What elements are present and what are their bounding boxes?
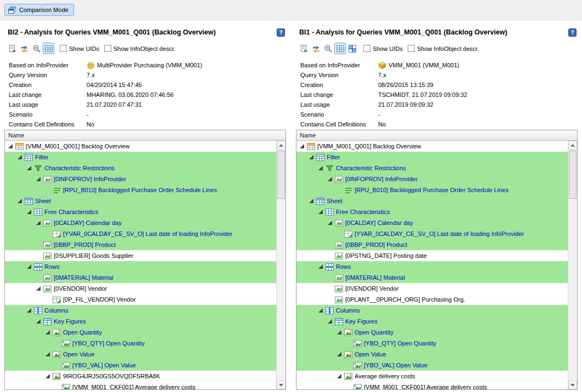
expander-icon[interactable] — [309, 198, 315, 204]
expander-icon[interactable] — [299, 143, 305, 149]
property-row: Contains Cell DefinitionsNo — [300, 119, 578, 129]
tree-row[interactable]: Open Quantity — [5, 327, 276, 338]
expander-icon[interactable] — [26, 209, 32, 215]
query-doc-button[interactable] — [7, 43, 18, 54]
scroll-up-button[interactable] — [277, 141, 286, 149]
expander-icon[interactable] — [17, 154, 23, 160]
expander-icon[interactable] — [45, 373, 51, 379]
tree-row[interactable]: [0SUPPLIER] Goods Supplier — [5, 250, 276, 261]
expander-icon[interactable] — [36, 319, 42, 325]
expander-icon[interactable] — [318, 165, 324, 171]
columns-icon — [326, 307, 334, 315]
checkbox-box[interactable] — [104, 45, 111, 52]
expander-icon[interactable] — [327, 176, 333, 182]
tree-row[interactable]: [0PSTNG_DATE] Posting date — [296, 250, 568, 261]
tree-row[interactable]: Open Value — [5, 349, 276, 360]
exchange-button[interactable] — [310, 43, 322, 54]
expander-icon[interactable] — [45, 330, 51, 336]
tree-row[interactable]: [0PLANT__0PURCH_ORG] Purchasing Org. — [296, 294, 568, 305]
tree-row[interactable]: [0CALDAY] Calendar day — [296, 217, 568, 228]
zoom-out-button[interactable] — [31, 43, 42, 54]
scrollbar-track[interactable] — [277, 149, 286, 381]
tree-row[interactable]: Characteristic Restrictions — [5, 163, 276, 174]
tree-row[interactable]: Free Characteristics — [296, 206, 568, 217]
expander-icon[interactable] — [26, 264, 32, 270]
tree-row[interactable]: Rows — [5, 261, 276, 272]
expander-icon[interactable] — [318, 209, 324, 215]
tree-row[interactable]: Free Characteristics — [5, 206, 276, 217]
scroll-up-button[interactable] — [568, 141, 577, 149]
tree-row[interactable]: [YVAR_0CALDAY_CE_SV_O] Last date of load… — [296, 228, 568, 239]
tree-row[interactable]: [0MATERIAL] Material — [5, 272, 276, 283]
checkbox-box[interactable] — [60, 45, 67, 52]
help-button[interactable]: ? — [568, 28, 577, 37]
tree-row[interactable]: [0BBP_PROD] Product — [296, 239, 568, 250]
checkbox-box[interactable] — [363, 45, 370, 52]
expander-icon[interactable] — [36, 220, 42, 226]
tree-row[interactable]: [RPU_B010] Backlogged Purchase Order Sch… — [5, 185, 276, 195]
tree-row[interactable]: 9IROG4JRJS0GS5OVQDFSRBA8K — [5, 371, 276, 382]
tree-row[interactable]: Open Value — [296, 349, 568, 360]
tree-row[interactable]: [RPU_B010] Backlogged Purchase Order Sch… — [296, 185, 568, 195]
tree-row[interactable]: [0INFOPROV] InfoProvider — [5, 174, 276, 185]
tree-row[interactable]: [0VENDOR] Vendor — [296, 283, 568, 294]
scrollbar-track[interactable] — [568, 149, 577, 381]
tree-row[interactable]: [VMM_M001_CKF001] Average delivery costs — [296, 382, 568, 389]
expander-icon[interactable] — [318, 264, 324, 270]
expander-icon[interactable] — [36, 286, 42, 292]
tree-row[interactable]: [0BBP_PROD] Product — [5, 239, 276, 250]
expander-icon[interactable] — [8, 143, 14, 149]
expander-icon[interactable] — [327, 220, 333, 226]
scroll-down-button[interactable] — [277, 381, 286, 389]
query-doc-button[interactable] — [298, 43, 310, 54]
expander-icon[interactable] — [336, 330, 343, 336]
checkbox-box[interactable] — [408, 45, 415, 52]
tree-item-label: [0PSTNG_DATE] Posting date — [345, 252, 430, 259]
tree-row[interactable]: Sheet — [296, 195, 568, 206]
expander-icon[interactable] — [26, 308, 32, 314]
tree-row[interactable]: [VMM_M001_Q001] Backlog Overview — [296, 141, 568, 152]
detail-view-button[interactable] — [346, 43, 358, 54]
scrollbar-thumb[interactable] — [277, 151, 285, 199]
tree-row[interactable]: Average delivery costs — [296, 371, 568, 382]
tree-row[interactable]: Columns — [296, 305, 568, 316]
tree-row[interactable]: [VMM_M001_CKF001] Average delivery costs — [5, 382, 276, 389]
grid-view-button[interactable] — [334, 43, 346, 54]
expander-icon[interactable] — [327, 319, 333, 325]
tree-row[interactable]: [YBO_VAL] Open Value — [5, 360, 276, 371]
tree-row[interactable]: [0VENDOR] Vendor — [5, 283, 276, 294]
tree-row[interactable]: Rows — [296, 261, 568, 272]
tree-row[interactable]: Characteristic Restrictions — [296, 163, 568, 174]
tree-row[interactable]: [0P_FIL_VENDOR] Vendor — [5, 294, 276, 305]
tree-row[interactable]: Filter — [296, 152, 568, 163]
comparison-mode-button[interactable]: Comparison Mode — [4, 4, 74, 16]
tree-row[interactable]: Key Figures — [5, 316, 276, 327]
expander-icon[interactable] — [318, 308, 324, 314]
help-button[interactable]: ? — [277, 28, 285, 37]
expander-icon[interactable] — [336, 373, 343, 379]
expander-icon[interactable] — [36, 176, 42, 182]
scroll-down-button[interactable] — [568, 381, 577, 389]
tree-row[interactable]: [YBO_VAL] Open Value — [296, 360, 568, 371]
expander-icon[interactable] — [26, 165, 32, 171]
tree-row[interactable]: Columns — [5, 305, 276, 316]
tree-row[interactable]: Sheet — [5, 195, 276, 206]
expander-icon[interactable] — [309, 154, 315, 160]
tree-row[interactable]: Filter — [5, 152, 276, 163]
zoom-out-button[interactable] — [322, 43, 334, 54]
expander-icon[interactable] — [45, 351, 51, 358]
tree-row[interactable]: [0INFOPROV] InfoProvider — [296, 174, 568, 185]
expander-icon[interactable] — [336, 351, 343, 358]
tree-row[interactable]: [VMM_M001_Q001] Backlog Overview — [5, 141, 276, 152]
tree-row[interactable]: Key Figures — [296, 316, 568, 327]
exchange-button[interactable] — [19, 43, 30, 54]
tree-row[interactable]: [0MATERIAL] Material — [296, 272, 568, 283]
tree-row[interactable]: Open Quantity — [296, 327, 568, 338]
grid-view-button[interactable] — [43, 43, 54, 54]
expander-icon[interactable] — [17, 198, 23, 204]
tree-row[interactable]: [YBO_QTY] Open Quantity — [296, 338, 568, 349]
tree-row[interactable]: [0CALDAY] Calendar day — [5, 217, 276, 228]
tree-row[interactable]: [YBO_QTY] Open Quantity — [5, 338, 276, 349]
scrollbar-thumb[interactable] — [569, 151, 577, 199]
tree-row[interactable]: [YVAR_0CALDAY_CE_SV_O] Last date of load… — [5, 228, 276, 239]
